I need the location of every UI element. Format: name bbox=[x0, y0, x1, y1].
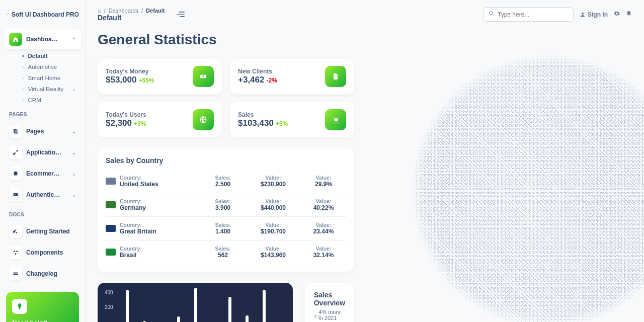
document-icon bbox=[325, 66, 346, 87]
svg-point-12 bbox=[490, 12, 493, 15]
help-card[interactable]: Need help? Please check our docs bbox=[6, 292, 79, 322]
subnav-crm[interactable]: CRM bbox=[4, 95, 81, 106]
table-row: Country:Germany Sales:3.900 Value:$440,0… bbox=[106, 193, 346, 217]
svg-rect-2 bbox=[7, 15, 7, 15]
svg-rect-17 bbox=[335, 77, 337, 77]
chevron-down-icon: ⌄ bbox=[72, 150, 76, 155]
flag-icon bbox=[106, 225, 116, 232]
home-icon bbox=[9, 33, 22, 46]
subnav-smart-home[interactable]: Smart Home bbox=[4, 72, 81, 84]
nav-ecommerce[interactable]: Ecommer… ⌄ bbox=[4, 164, 81, 184]
svg-rect-4 bbox=[15, 130, 18, 134]
stat-delta: +55% bbox=[138, 77, 154, 84]
changelog-icon bbox=[9, 267, 22, 280]
basket-icon bbox=[9, 167, 22, 180]
stat-value: $53,000 bbox=[106, 75, 136, 85]
svg-point-9 bbox=[15, 253, 17, 255]
subnav-automotive[interactable]: Automotive bbox=[4, 61, 81, 72]
signin-link[interactable]: Sign In bbox=[580, 11, 608, 18]
stat-label: New Clients bbox=[238, 68, 319, 75]
heading: General Statistics bbox=[98, 32, 632, 48]
svg-point-7 bbox=[14, 251, 15, 252]
page-icon bbox=[9, 125, 22, 138]
user-icon bbox=[580, 12, 586, 18]
section-pages: PAGES bbox=[4, 106, 81, 120]
stat-delta: +3% bbox=[134, 120, 146, 127]
sales-by-country-panel: Sales by Country Country:United States S… bbox=[98, 148, 354, 272]
svg-rect-10 bbox=[14, 273, 18, 274]
bar bbox=[246, 315, 249, 322]
subnav-virtual-reality[interactable]: Virtual Reality⌄ bbox=[4, 84, 81, 95]
banknote-icon bbox=[193, 66, 214, 87]
overview-title: Sales Overview bbox=[314, 291, 345, 307]
bell-icon[interactable] bbox=[626, 11, 632, 18]
components-icon bbox=[9, 246, 22, 259]
chevron-down-icon: ⌄ bbox=[72, 87, 76, 92]
crumb-group[interactable]: Dashboards bbox=[109, 8, 138, 14]
stat-label: Today's Users bbox=[106, 111, 187, 118]
brand: Soft UI Dashboard PRO bbox=[4, 5, 81, 28]
table-row: Country:Brasil Sales:562 Value:$143,960 … bbox=[106, 240, 346, 264]
bar bbox=[126, 290, 129, 322]
chevron-up-icon: ⌃ bbox=[72, 37, 76, 42]
stat-card: Sales $103,430+5% bbox=[230, 102, 354, 137]
bar bbox=[228, 297, 231, 322]
cart-icon bbox=[325, 109, 346, 130]
svg-point-15 bbox=[202, 75, 204, 77]
stat-value: $103,430 bbox=[238, 118, 274, 128]
svg-rect-1 bbox=[7, 14, 8, 15]
sidebar-toggle-icon[interactable] bbox=[177, 12, 185, 17]
flag-icon bbox=[106, 178, 116, 185]
settings-icon[interactable] bbox=[614, 11, 620, 18]
flag-icon bbox=[106, 249, 116, 256]
svg-rect-5 bbox=[14, 193, 18, 196]
search-box[interactable] bbox=[483, 7, 574, 22]
table-row: Country:United States Sales:2.500 Value:… bbox=[106, 170, 346, 193]
svg-rect-0 bbox=[6, 14, 7, 15]
sales-table-title: Sales by Country bbox=[106, 156, 346, 165]
help-title: Need help? bbox=[12, 319, 73, 322]
stat-grid: Today's Money $53,000+55% New Clients +3… bbox=[98, 59, 354, 137]
table-row: Country:Great Britain Sales:1.400 Value:… bbox=[106, 217, 346, 240]
stat-value: +3,462 bbox=[238, 75, 264, 85]
stat-delta: +5% bbox=[276, 120, 288, 127]
bar-chart-bars bbox=[126, 288, 285, 322]
section-docs: DOCS bbox=[4, 206, 81, 220]
svg-rect-16 bbox=[335, 76, 337, 76]
svg-point-8 bbox=[16, 251, 18, 252]
home-icon[interactable]: ⌂ bbox=[98, 8, 101, 14]
bar bbox=[194, 288, 197, 322]
search-input[interactable] bbox=[498, 11, 568, 18]
nav-pages[interactable]: Pages ⌄ bbox=[4, 121, 81, 141]
stat-card: Today's Users $2,300+3% bbox=[98, 102, 222, 137]
globe-icon bbox=[193, 109, 214, 130]
svg-point-19 bbox=[335, 122, 336, 123]
page-title: Default bbox=[98, 14, 165, 22]
breadcrumb: ⌂ / Dashboards / Default bbox=[98, 8, 165, 14]
nav-authentication[interactable]: Authentic… ⌄ bbox=[4, 185, 81, 205]
sidebar: Soft UI Dashboard PRO Dashboa… ⌃ Default… bbox=[0, 0, 86, 322]
nav-dashboards[interactable]: Dashboa… ⌃ bbox=[4, 29, 81, 49]
nav-getting-started[interactable]: Getting Started bbox=[4, 221, 81, 242]
bar bbox=[263, 290, 266, 322]
overview-sparkline: 500 300 bbox=[314, 314, 324, 322]
chevron-down-icon: ⌄ bbox=[72, 192, 76, 198]
rocket-icon bbox=[9, 225, 22, 238]
wrench-icon bbox=[9, 146, 22, 159]
stat-value: $2,300 bbox=[106, 118, 132, 128]
topbar: ⌂ / Dashboards / Default Default bbox=[98, 7, 632, 22]
nav-components[interactable]: Components bbox=[4, 243, 81, 263]
nav-changelog[interactable]: Changelog bbox=[4, 264, 81, 284]
svg-point-13 bbox=[582, 13, 584, 15]
brand-logo-icon bbox=[6, 9, 8, 20]
subnav-default[interactable]: Default bbox=[4, 50, 81, 61]
nav-applications[interactable]: Applicatio… ⌄ bbox=[4, 142, 81, 163]
chevron-down-icon: ⌄ bbox=[72, 171, 76, 177]
svg-rect-11 bbox=[14, 274, 18, 275]
svg-point-20 bbox=[337, 122, 338, 123]
bar-chart-yaxis: 400 200 bbox=[105, 290, 113, 319]
stat-card: Today's Money $53,000+55% bbox=[98, 59, 222, 94]
stat-label: Sales bbox=[238, 111, 319, 118]
svg-point-6 bbox=[15, 194, 16, 195]
bar bbox=[177, 316, 180, 322]
